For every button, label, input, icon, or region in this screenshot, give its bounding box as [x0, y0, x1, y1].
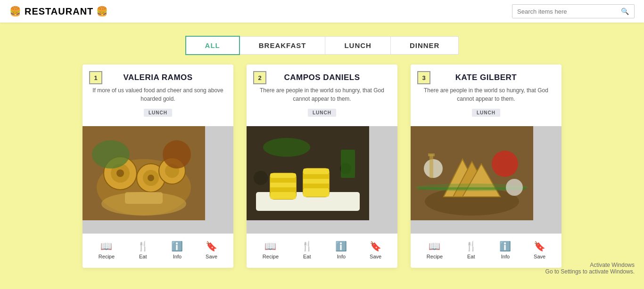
svg-rect-27	[303, 188, 329, 197]
svg-rect-23	[303, 169, 329, 174]
svg-rect-21	[270, 192, 296, 199]
svg-rect-20	[270, 187, 296, 192]
card-number-3: 3	[417, 71, 430, 84]
recipe-icon: 📖	[264, 241, 276, 252]
card-image-3	[411, 126, 561, 233]
card-2: 2CAMPOS DANIELSThere are people in the w…	[247, 64, 397, 268]
tab-dinner[interactable]: DINNER	[391, 36, 459, 55]
svg-point-31	[263, 138, 310, 157]
svg-rect-18	[270, 178, 296, 183]
action-save-card-3[interactable]: 🔖Save	[530, 239, 549, 261]
recipe-label: Recipe	[427, 254, 443, 259]
recipe-label: Recipe	[99, 254, 115, 259]
card-description-1: If more of us valued food and cheer and …	[92, 86, 224, 103]
eat-icon: 🍴	[301, 241, 313, 252]
search-input[interactable]	[512, 5, 616, 18]
svg-rect-24	[303, 174, 329, 179]
watermark-line1: Activate Windows	[545, 262, 635, 268]
card-body-3: KATE GILBERTThere are people in the worl…	[411, 64, 561, 126]
eat-icon: 🍴	[137, 241, 149, 252]
info-icon: ℹ️	[171, 241, 183, 252]
search-bar[interactable]: 🔍	[512, 4, 635, 18]
card-body-1: VALERIA RAMOSIf more of us valued food a…	[83, 64, 233, 126]
save-label: Save	[534, 254, 545, 259]
tab-all[interactable]: ALL	[185, 36, 240, 55]
save-label: Save	[370, 254, 381, 259]
eat-label: Eat	[303, 254, 311, 259]
svg-point-4	[116, 169, 124, 177]
action-eat-card-2[interactable]: 🍴Eat	[297, 239, 317, 261]
info-label: Info	[337, 254, 346, 259]
svg-point-7	[148, 175, 154, 181]
cards-container: 1VALERIA RAMOSIf more of us valued food …	[0, 64, 644, 282]
info-label: Info	[173, 254, 182, 259]
card-actions-1: 📖Recipe🍴Eatℹ️Info🔖Save	[83, 233, 233, 268]
recipe-icon: 📖	[100, 241, 112, 252]
search-button[interactable]: 🔍	[616, 5, 634, 18]
logo: 🍔 RESTAURANT 🍔	[9, 6, 108, 17]
info-label: Info	[501, 254, 510, 259]
recipe-icon: 📖	[429, 241, 440, 252]
action-info-card-2[interactable]: ℹ️Info	[331, 239, 351, 261]
activation-watermark: Activate Windows Go to Settings to activ…	[545, 262, 635, 275]
action-info-card-3[interactable]: ℹ️Info	[495, 239, 515, 261]
eat-label: Eat	[467, 254, 475, 259]
save-label: Save	[206, 254, 217, 259]
svg-rect-17	[270, 173, 296, 178]
card-body-2: CAMPOS DANIELSThere are people in the wo…	[247, 64, 397, 126]
svg-rect-25	[303, 179, 329, 184]
action-save-card-1[interactable]: 🔖Save	[202, 239, 221, 261]
svg-rect-11	[125, 192, 163, 204]
card-3: 3KATE GILBERTThere are people in the wor…	[411, 64, 561, 268]
eat-icon: 🍴	[465, 241, 477, 252]
save-icon: 🔖	[370, 241, 381, 252]
card-image-2	[247, 126, 397, 233]
card-description-3: There are people in the world so hungry,…	[420, 86, 552, 103]
svg-point-41	[506, 179, 523, 196]
action-eat-card-1[interactable]: 🍴Eat	[133, 239, 153, 261]
watermark-line2: Go to Settings to activate Windows.	[545, 268, 635, 275]
svg-rect-42	[429, 154, 433, 178]
svg-rect-30	[341, 150, 355, 178]
tab-breakfast[interactable]: BREAKFAST	[240, 36, 326, 55]
svg-point-28	[254, 171, 268, 185]
action-eat-card-3[interactable]: 🍴Eat	[462, 239, 481, 261]
action-recipe-card-2[interactable]: 📖Recipe	[259, 239, 282, 261]
svg-rect-43	[428, 153, 435, 156]
logo-emoji-left: 🍔	[9, 6, 22, 17]
card-badge-3: LUNCH	[472, 109, 500, 117]
save-icon: 🔖	[534, 241, 545, 252]
svg-rect-26	[303, 184, 329, 188]
info-icon: ℹ️	[335, 241, 347, 252]
card-1: 1VALERIA RAMOSIf more of us valued food …	[83, 64, 233, 268]
card-actions-2: 📖Recipe🍴Eatℹ️Info🔖Save	[247, 233, 397, 268]
tabs-container: ALLBREAKFASTLUNCHDINNER	[185, 36, 459, 55]
save-icon: 🔖	[206, 241, 217, 252]
card-actions-3: 📖Recipe🍴Eatℹ️Info🔖Save	[411, 233, 561, 268]
card-image-1	[83, 126, 233, 233]
card-description-2: There are people in the world so hungry,…	[256, 86, 388, 103]
header: 🍔 RESTAURANT 🍔 🔍	[0, 0, 644, 23]
action-recipe-card-3[interactable]: 📖Recipe	[423, 239, 446, 261]
recipe-label: Recipe	[263, 254, 279, 259]
action-save-card-2[interactable]: 🔖Save	[366, 239, 385, 261]
card-number-2: 2	[253, 71, 266, 84]
svg-rect-19	[270, 183, 296, 187]
card-title-3: KATE GILBERT	[420, 73, 552, 82]
card-title-1: VALERIA RAMOS	[92, 73, 224, 82]
action-info-card-1[interactable]: ℹ️Info	[167, 239, 187, 261]
logo-text: RESTAURANT	[25, 6, 93, 17]
card-badge-2: LUNCH	[308, 109, 336, 117]
action-recipe-card-1[interactable]: 📖Recipe	[95, 239, 118, 261]
info-icon: ℹ️	[499, 241, 511, 252]
eat-label: Eat	[139, 254, 147, 259]
tab-lunch[interactable]: LUNCH	[325, 36, 391, 55]
svg-point-12	[92, 140, 130, 169]
card-badge-1: LUNCH	[144, 109, 172, 117]
card-number-1: 1	[89, 71, 102, 84]
card-title-2: CAMPOS DANIELS	[256, 73, 388, 82]
logo-emoji-right: 🍔	[96, 6, 108, 17]
svg-point-37	[492, 151, 518, 177]
svg-point-13	[163, 140, 191, 169]
